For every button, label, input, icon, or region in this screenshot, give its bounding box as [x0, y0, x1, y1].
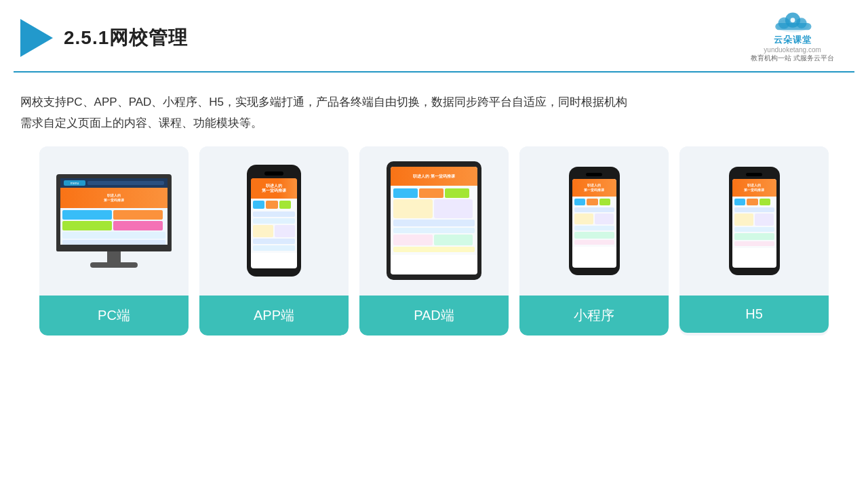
header-right: 云朵课堂 yunduoketang.com 教育机构一站 式服务云平台 — [751, 12, 834, 63]
header-left: 2.5.1网校管理 — [14, 19, 188, 57]
card-pc-image: menu 职进人的第一堂码推课 — [39, 146, 189, 296]
page-title: 2.5.1网校管理 — [64, 25, 188, 51]
description-text: 网校支持PC、APP、PAD、小程序、H5，实现多端打通，产品各终端自由切换，数… — [20, 92, 848, 134]
header: 2.5.1网校管理 云朵课堂 yunduoketang.com 教育机构一站 式… — [14, 0, 854, 73]
cloud-tagline: 教育机构一站 式服务云平台 — [751, 54, 834, 63]
card-pc: menu 职进人的第一堂码推课 — [39, 146, 189, 336]
app-phone-device: 职进人的第一堂码推课 — [247, 165, 301, 277]
card-app-image: 职进人的第一堂码推课 — [199, 146, 349, 296]
phone-banner: 职进人的第一堂码推课 — [251, 178, 297, 199]
tablet-top-bar: 职进人的 第一堂码推课 — [391, 167, 477, 186]
phone-screen: 职进人的第一堂码推课 — [251, 178, 297, 268]
monitor-base — [90, 262, 138, 268]
cloud-logo: 云朵课堂 yunduoketang.com 教育机构一站 式服务云平台 — [751, 12, 834, 63]
card-miniapp: 职进人的第一堂码推课 小程序 — [519, 146, 669, 336]
card-miniapp-image: 职进人的第一堂码推课 — [519, 146, 669, 296]
brand-triangle-icon — [20, 19, 53, 57]
cloud-name: 云朵课堂 — [774, 34, 812, 46]
card-app: 职进人的第一堂码推课 APP端 — [199, 146, 349, 336]
cloud-icon — [772, 12, 813, 34]
card-pad: 职进人的 第一堂码推课 — [359, 146, 509, 336]
pad-device: 职进人的 第一堂码推课 — [387, 161, 481, 280]
description-line1: 网校支持PC、APP、PAD、小程序、H5，实现多端打通，产品各终端自由切换，数… — [20, 96, 627, 108]
miniapp-phone-device: 职进人的第一堂码推课 — [569, 167, 620, 275]
card-h5: 职进人的第一堂码推课 H5 — [679, 146, 829, 336]
phone-banner-text: 职进人的第一堂码推课 — [262, 184, 286, 195]
tablet-screen: 职进人的 第一堂码推课 — [391, 167, 477, 274]
card-pad-image: 职进人的 第一堂码推课 — [359, 146, 509, 296]
monitor-device: menu 职进人的第一堂码推课 — [56, 174, 172, 268]
card-pc-label: PC端 — [39, 296, 189, 336]
cloud-url: yunduoketang.com — [764, 46, 821, 54]
phone-notch — [264, 171, 283, 176]
description-line2: 需求自定义页面上的内容、课程、功能模块等。 — [20, 117, 262, 129]
svg-point-5 — [790, 18, 795, 22]
card-pad-label: PAD端 — [359, 296, 509, 336]
h5-phone-device: 职进人的第一堂码推课 — [729, 167, 780, 275]
cards-container: menu 职进人的第一堂码推课 — [20, 146, 848, 336]
card-app-label: APP端 — [199, 296, 349, 336]
monitor-neck — [107, 251, 121, 262]
monitor-screen: menu 职进人的第一堂码推课 — [56, 174, 172, 249]
card-miniapp-label: 小程序 — [519, 296, 669, 336]
card-h5-label: H5 — [679, 296, 829, 333]
svg-rect-4 — [775, 23, 811, 30]
card-h5-image: 职进人的第一堂码推课 — [679, 146, 829, 296]
